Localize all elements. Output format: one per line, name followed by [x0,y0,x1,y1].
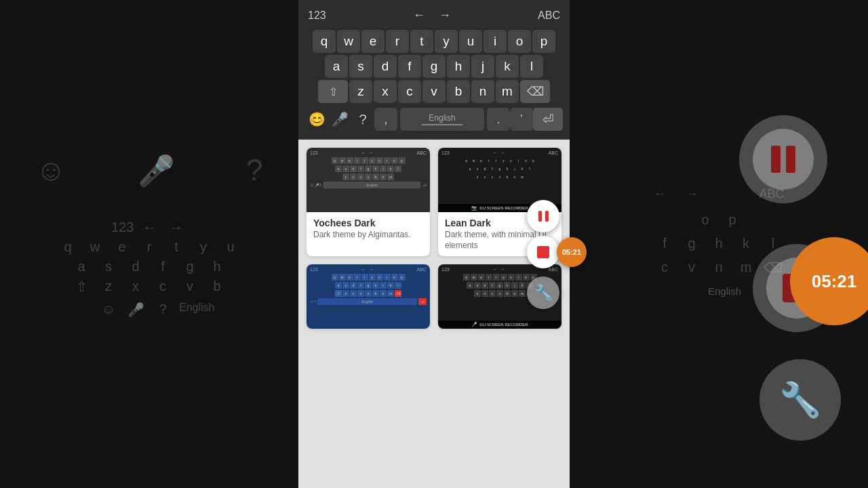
key-w[interactable]: w [337,30,360,53]
theme-card-blue[interactable]: 123 ← → ABC q w e r t y u [307,264,430,329]
tp-key: g [365,165,372,172]
tp-english: English [367,183,378,187]
key-emoji[interactable]: 😊 [305,108,328,131]
bg-key: m [735,260,757,276]
key-g[interactable]: g [422,55,446,78]
key-apostrophe[interactable]: ' [510,108,533,131]
keyboard-row-3: ⇧ z x c v b n m ⌫ [301,80,567,103]
tp-key-dr: d [481,282,488,289]
timer-button[interactable]: 05:21 [557,237,587,267]
key-l[interactable]: l [520,55,543,78]
key-e[interactable]: e [361,30,384,53]
key-abc[interactable]: ABC [538,9,560,22]
key-n[interactable]: n [471,80,494,103]
keyboard-row-2: a s d f g h j k l [301,55,567,78]
key-question[interactable]: ? [351,108,374,131]
tp-key-lean: t [493,157,500,164]
tp-top-lean: 123 ← → ABC [440,150,559,155]
tp-key-lean: w [471,157,477,164]
bg-key: 123 [111,220,133,235]
tp-abc-dr: ABC [549,267,558,272]
key-u[interactable]: u [459,30,482,53]
theme-desc-yochees: Dark theme by Algimantas. [313,230,423,241]
pause-bar-right [786,146,795,173]
tp-key-dr: b [504,290,511,297]
key-shift[interactable]: ⇧ [318,80,348,103]
bg-key: ⇧ [71,279,92,295]
key-mic[interactable]: 🎤 [328,108,351,131]
key-r[interactable]: r [386,30,409,53]
pause-button-small[interactable] [527,200,559,232]
key-a[interactable]: a [325,55,348,78]
key-m[interactable]: m [496,80,519,103]
key-comma[interactable]: , [374,108,397,131]
key-q[interactable]: q [313,30,336,53]
pause-icon-small [538,211,549,222]
tp-key-dr: y [500,274,507,281]
tp-key-lean: s [474,165,481,172]
du-icon: 📷 [471,205,477,211]
key-123[interactable]: 123 [308,9,326,22]
pause-bars [771,146,795,173]
tp-right-dr: → [500,267,505,272]
tp-key-dr: w [471,274,477,281]
tp-key-blue: c [357,290,364,297]
key-f[interactable]: f [398,55,421,78]
tp-key-blue: u [376,274,383,281]
theme-name-yochees: Yochees Dark [313,218,423,228]
tp-key-lean: x [481,174,488,180]
stop-icon-small [537,246,549,258]
key-c[interactable]: c [398,80,421,103]
bg-key: 🎤 [125,302,146,318]
tp-key-blue: a [335,282,342,289]
key-s[interactable]: s [349,55,372,78]
key-h[interactable]: h [447,55,470,78]
tp-abc-blue: ABC [417,267,427,272]
tp-key-lean: k [519,165,526,172]
tp-left-lean: ← [493,150,498,155]
settings-button-small[interactable]: 🔧 [527,277,559,309]
key-left-arrow[interactable]: ← [413,8,425,22]
key-right-arrow[interactable]: → [439,8,451,22]
tp-key: c [357,174,364,180]
key-p[interactable]: p [532,30,555,53]
keyboard[interactable]: 123 ← → ABC q w e r t y u i o p a s d f … [298,0,570,140]
key-j[interactable]: j [471,55,494,78]
du-text: DU SCREEN RECORDER [479,206,528,210]
tp-key-lean: z [474,174,481,180]
tp-abc: ABC [417,150,427,155]
key-period[interactable]: . [487,108,510,131]
tp-row3: z x c v b n m [309,174,428,180]
tp-row3-blue: ⇧ z x c v b n m ⌫ [309,290,428,297]
bg-key: c [654,260,675,276]
tp-key-blue: t [361,274,368,281]
tp-key-dr: o [523,274,530,281]
key-z[interactable]: z [349,80,372,103]
key-x[interactable]: x [374,80,397,103]
tp-key-lean: o [523,157,530,164]
tp-key: w [339,157,346,164]
tp-key-blue-backspace: ⌫ [395,290,401,297]
tp-key-lean: e [478,157,485,164]
background-left: ☺ 🎤 ? 123 ← → q w e r t y u a s d f g h … [0,0,298,488]
arrow-keys: ← → [413,8,451,22]
key-backspace[interactable]: ⌫ [520,80,550,103]
key-v[interactable]: v [422,80,446,103]
theme-card-yochees-dark[interactable]: 123 ← → ABC q w e r t y u [307,148,430,256]
key-enter[interactable]: ⏎ [533,108,563,131]
tp-key: q [332,157,338,164]
tp-key: p [399,157,406,164]
key-o[interactable]: o [508,30,531,53]
key-i[interactable]: i [484,30,507,53]
key-y[interactable]: y [435,30,458,53]
key-t[interactable]: t [410,30,433,53]
tp-key-blue: e [347,274,353,281]
key-b[interactable]: b [447,80,470,103]
stop-button-small[interactable] [527,236,559,268]
tp-key-dr: t [493,274,500,281]
key-k[interactable]: k [496,55,519,78]
key-d[interactable]: d [374,55,397,78]
key-space[interactable]: English [400,108,484,131]
tp-key-dr: j [511,282,518,289]
pause-circle-bg [739,115,827,203]
